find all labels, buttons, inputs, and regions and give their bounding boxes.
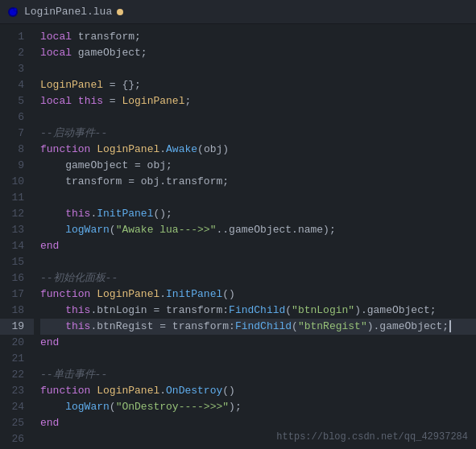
code-line: --初始化面板-- — [40, 270, 476, 286]
line-number: 19 — [0, 319, 34, 335]
code-line: this.btnRegist = transform:FindChild("bt… — [40, 319, 476, 335]
line-number: 12 — [0, 206, 34, 222]
code-line: end — [40, 335, 476, 351]
line-number: 25 — [0, 415, 34, 431]
code-line: local transform; — [40, 29, 476, 45]
tab-icon — [6, 6, 19, 19]
code-content[interactable]: local transform;local gameObject; LoginP… — [34, 24, 476, 449]
code-line — [40, 109, 476, 126]
line-number: 21 — [0, 351, 34, 367]
tab-filename: LoginPanel.lua — [24, 6, 112, 18]
line-number: 7 — [0, 126, 34, 142]
line-number: 4 — [0, 77, 34, 93]
line-number: 8 — [0, 142, 34, 158]
code-line: end — [40, 238, 476, 254]
tab-bar: LoginPanel.lua — [0, 0, 476, 24]
line-number: 10 — [0, 174, 34, 190]
code-line: --单击事件-- — [40, 367, 476, 383]
line-number: 23 — [0, 383, 34, 399]
code-line: end — [40, 415, 476, 431]
line-number: 3 — [0, 61, 34, 77]
line-number: 18 — [0, 303, 34, 319]
code-line: local gameObject; — [40, 45, 476, 61]
code-line: function LoginPanel.InitPanel() — [40, 286, 476, 303]
line-number: 22 — [0, 367, 34, 383]
code-line: --启动事件-- — [40, 126, 476, 142]
line-number: 5 — [0, 93, 34, 109]
line-number: 26 — [0, 431, 34, 447]
code-line: function LoginPanel.OnDestroy() — [40, 383, 476, 399]
line-number: 2 — [0, 45, 34, 61]
code-line: LoginPanel = {}; — [40, 77, 476, 93]
code-line: local this = LoginPanel; — [40, 93, 476, 109]
code-line: this.btnLogin = transform:FindChild("btn… — [40, 303, 476, 319]
code-line — [40, 351, 476, 367]
code-line — [40, 61, 476, 77]
code-line: transform = obj.transform; — [40, 174, 476, 190]
watermark: https://blog.csdn.net/qq_42937284 — [276, 431, 468, 443]
line-number: 11 — [0, 190, 34, 206]
line-number: 15 — [0, 254, 34, 270]
line-number: 17 — [0, 286, 34, 303]
line-number: 16 — [0, 270, 34, 286]
code-line: function LoginPanel.Awake(obj) — [40, 142, 476, 158]
svg-point-2 — [14, 8, 17, 11]
line-number: 13 — [0, 222, 34, 238]
code-line: gameObject = obj; — [40, 158, 476, 174]
line-number: 14 — [0, 238, 34, 254]
code-line — [40, 254, 476, 270]
tab-modified-dot — [117, 9, 123, 15]
line-number: 1 — [0, 29, 34, 45]
code-area: 1234567891011121314151617181920212223242… — [0, 24, 476, 449]
code-line: logWarn("OnDestroy---->>>"); — [40, 399, 476, 415]
line-number: 24 — [0, 399, 34, 415]
line-numbers: 1234567891011121314151617181920212223242… — [0, 24, 34, 449]
line-number: 9 — [0, 158, 34, 174]
code-line — [40, 190, 476, 206]
line-number: 20 — [0, 335, 34, 351]
line-number: 6 — [0, 109, 34, 126]
code-line: this.InitPanel(); — [40, 206, 476, 222]
code-line: logWarn("Awake lua--->>"..gameObject.nam… — [40, 222, 476, 238]
